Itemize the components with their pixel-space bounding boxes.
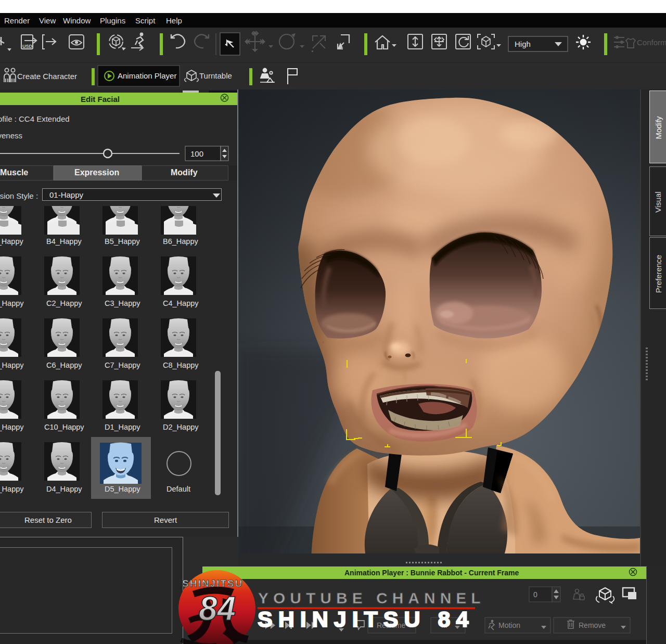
svg-text:D5_Happy: D5_Happy bbox=[105, 485, 140, 493]
svg-text:C5_Happy: C5_Happy bbox=[0, 361, 24, 369]
svg-text:Motion: Motion bbox=[498, 621, 520, 629]
svg-text:Turntable: Turntable bbox=[199, 71, 232, 80]
svg-text:C2_Happy: C2_Happy bbox=[46, 299, 82, 307]
svg-text:D1_Happy: D1_Happy bbox=[105, 423, 140, 431]
svg-text:D4_Happy: D4_Happy bbox=[46, 485, 82, 493]
svg-text:B4_Happy: B4_Happy bbox=[46, 237, 82, 246]
svg-text:B3_Happy: B3_Happy bbox=[0, 237, 23, 246]
svg-text:100: 100 bbox=[190, 149, 203, 158]
svg-text:High: High bbox=[515, 40, 531, 48]
svg-text:Animation Player: Animation Player bbox=[118, 71, 176, 80]
svg-text:M: M bbox=[441, 621, 447, 629]
svg-text:Default: Default bbox=[166, 485, 190, 493]
svg-text:C4_Happy: C4_Happy bbox=[163, 299, 199, 307]
svg-text:C10_Happy: C10_Happy bbox=[44, 423, 84, 431]
svg-text:B5_Happy: B5_Happy bbox=[105, 237, 140, 246]
svg-text:Remove: Remove bbox=[579, 621, 606, 629]
svg-text:C1_Happy: C1_Happy bbox=[0, 299, 24, 307]
svg-text:C7_Happy: C7_Happy bbox=[105, 361, 140, 369]
svg-text:D2_Happy: D2_Happy bbox=[163, 423, 199, 431]
svg-text:C6_Happy: C6_Happy bbox=[46, 361, 82, 369]
svg-text:USD: USD bbox=[22, 44, 33, 49]
svg-text:C3_Happy: C3_Happy bbox=[105, 299, 140, 307]
svg-text:Conform: Conform bbox=[637, 38, 666, 47]
svg-text:C8_Happy: C8_Happy bbox=[163, 361, 199, 369]
svg-text:D3_Happy: D3_Happy bbox=[0, 485, 24, 493]
svg-text:B6_Happy: B6_Happy bbox=[163, 237, 198, 246]
svg-text:C9_Happy: C9_Happy bbox=[0, 423, 24, 431]
svg-text:Realtime: Realtime bbox=[377, 621, 405, 629]
svg-text:Create Character: Create Character bbox=[17, 72, 77, 81]
svg-text:0: 0 bbox=[533, 590, 537, 599]
